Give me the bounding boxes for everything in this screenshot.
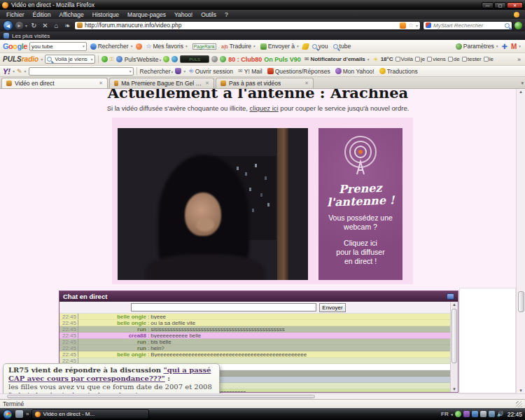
highlighter-icon[interactable] xyxy=(302,43,309,50)
scroll-up-icon[interactable]: ▲ xyxy=(451,302,458,307)
mail-notifier-button[interactable]: ✉Notificateur d'emails xyxy=(303,56,371,62)
green-app-icon[interactable] xyxy=(514,22,522,29)
menu-fichier[interactable]: Fichier xyxy=(3,11,28,18)
yahoo-search-box[interactable] xyxy=(29,67,134,76)
google-query-input[interactable] xyxy=(31,43,80,50)
quick-launch-icon[interactable] xyxy=(15,410,23,418)
taskbar-firefox-button[interactable]: Vidéo en direct - M... xyxy=(31,410,149,419)
taskbar-clock[interactable]: 22:45 xyxy=(506,411,522,418)
my-yahoo-button[interactable]: Mon Yahoo! xyxy=(334,68,376,75)
volume-icon[interactable]: 🔊 xyxy=(497,411,504,417)
maximize-button[interactable]: ▢ xyxy=(494,2,506,8)
play-icon[interactable] xyxy=(163,56,169,62)
scroll-down-icon[interactable]: ▼ xyxy=(451,387,458,391)
tray-messenger-icon[interactable] xyxy=(455,411,461,417)
volume-up-icon[interactable] xyxy=(220,56,226,62)
stop-button[interactable]: ✕ xyxy=(41,22,50,29)
url-text[interactable]: http://forum.manucure.info/video.php xyxy=(85,22,398,29)
quick-bookmark-icon[interactable]: ❧ xyxy=(63,22,72,29)
tab-close-icon[interactable]: ✕ xyxy=(304,80,309,86)
sign-in-button[interactable]: ⎆Ouvrir session xyxy=(188,68,234,75)
add-button-icon[interactable]: ✚ xyxy=(502,43,507,50)
puls-green-icon[interactable] xyxy=(102,56,108,62)
search-input[interactable] xyxy=(433,22,503,29)
start-button[interactable] xyxy=(3,410,13,419)
language-indicator[interactable]: FR xyxy=(441,411,449,417)
word-chip-je[interactable]: je xyxy=(415,56,425,62)
url-dropdown-icon[interactable]: ▾ xyxy=(416,23,418,28)
search-box[interactable] xyxy=(423,21,512,30)
close-button[interactable]: ✕ xyxy=(507,2,523,8)
word-chip-voila[interactable]: Voilà xyxy=(396,56,413,62)
send-to-button[interactable]: Envoyer à xyxy=(259,43,300,50)
google-search-combo[interactable] xyxy=(29,42,87,51)
scrollbar-thumb[interactable] xyxy=(7,395,315,398)
globe-icon[interactable] xyxy=(116,56,122,62)
menu-outils[interactable]: Outils xyxy=(197,11,220,18)
update-notification-icon[interactable] xyxy=(514,12,519,18)
tab-close-icon[interactable]: ✕ xyxy=(99,80,103,86)
word-chip-tester[interactable]: tester xyxy=(462,56,482,62)
word-chip-le[interactable]: le xyxy=(484,56,493,62)
history-dropdown-icon[interactable]: ▾ xyxy=(25,23,27,28)
bookmark-star-icon[interactable]: ☆ xyxy=(408,22,414,29)
ad-cta-link[interactable]: Cliquez ici pour la diffuser en direct ! xyxy=(321,239,400,266)
scroll-up-icon[interactable]: ▴ xyxy=(517,89,525,94)
google-settings-button[interactable]: Paramètres xyxy=(454,43,500,50)
tab-video-en-direct[interactable]: Vidéo en direct ✕ xyxy=(1,78,108,88)
page-vertical-scrollbar[interactable]: ▴ ▾ xyxy=(516,89,525,393)
quick-launch-chevron[interactable]: » xyxy=(26,411,29,417)
shield-icon[interactable] xyxy=(175,68,181,74)
tray-expand-icon[interactable]: ◂ xyxy=(451,412,453,416)
network-icon[interactable] xyxy=(489,411,495,417)
tray-display-icon[interactable] xyxy=(480,411,486,417)
yahoo-search-input[interactable] xyxy=(31,68,129,74)
search-magnifier-icon[interactable] xyxy=(505,23,510,28)
tab-list-dropdown-icon[interactable]: ▾ xyxy=(521,80,524,86)
gmail-button[interactable]: M xyxy=(510,43,522,50)
weather-sun-icon[interactable]: ☀ xyxy=(373,56,379,63)
word-chip-viens[interactable]: viens xyxy=(427,56,446,62)
puls-search-combo[interactable]: Voilà je viens xyxy=(45,55,94,64)
tray-app-icon[interactable] xyxy=(463,411,470,417)
tray-shield-icon[interactable] xyxy=(472,411,478,417)
popout-window-icon[interactable] xyxy=(447,293,454,300)
forward-button[interactable]: ► xyxy=(15,22,23,29)
cut-service-link[interactable]: cliquez ici xyxy=(250,104,279,112)
puls-website-button[interactable]: Puls'Website xyxy=(125,56,161,63)
resize-grip[interactable] xyxy=(516,401,522,407)
pencil-icon[interactable]: ✎ xyxy=(17,68,22,75)
translate-button[interactable]: a|bTraduire xyxy=(220,43,257,50)
volume-down-icon[interactable] xyxy=(211,56,218,62)
menu-historique[interactable]: Historique xyxy=(89,11,122,18)
home-button[interactable]: ⌂ xyxy=(52,22,61,29)
questions-button[interactable]: Questions/Réponses xyxy=(266,68,332,75)
spellcheck-icon[interactable] xyxy=(136,43,142,50)
reload-button[interactable]: ↻ xyxy=(29,22,38,29)
toolbar-overflow-chevron[interactable]: » xyxy=(517,56,522,63)
puls-dropdown-icon[interactable]: ▾ xyxy=(41,57,43,62)
page-horizontal-scrollbar[interactable] xyxy=(0,393,525,399)
word-button-tube[interactable]: tube xyxy=(332,43,353,50)
webcam-ad-banner[interactable]: Prenez l'antenne ! Vous possédez une web… xyxy=(318,128,402,280)
menu-marque-pages[interactable]: Marque-pages xyxy=(124,11,169,18)
word-chip-de[interactable]: de xyxy=(448,56,460,62)
menu-affichage[interactable]: Affichage xyxy=(56,11,88,18)
key-icon[interactable]: ⚿ xyxy=(110,56,114,63)
word-button-you[interactable]: you xyxy=(311,43,330,50)
scroll-down-icon[interactable]: ▾ xyxy=(517,388,525,393)
translations-button[interactable]: Traductions xyxy=(378,68,419,75)
chat-message-input[interactable] xyxy=(131,303,316,312)
menu-edition[interactable]: Édition xyxy=(29,11,55,18)
forum-notification-popup[interactable]: LR75 vient de répondre à la discussion "… xyxy=(3,363,220,393)
rss-icon[interactable] xyxy=(400,22,406,29)
back-button[interactable]: ◄ xyxy=(3,20,13,31)
minimize-button[interactable]: — xyxy=(482,2,493,8)
favorites-button[interactable]: ☆Mes favoris xyxy=(144,43,188,50)
yahoo-logo[interactable]: Y! xyxy=(3,67,10,76)
yahoo-search-button[interactable]: Rechercher xyxy=(140,68,174,75)
most-visited-label[interactable]: Les plus visités xyxy=(12,33,50,39)
pagerank-indicator[interactable]: PageRank xyxy=(191,43,218,50)
chat-scrollbar-thumb[interactable] xyxy=(451,309,457,363)
tab-ma-premiere-bague[interactable]: Ma Premiere Bague En Gel De Chez ... ✕ xyxy=(109,78,214,88)
